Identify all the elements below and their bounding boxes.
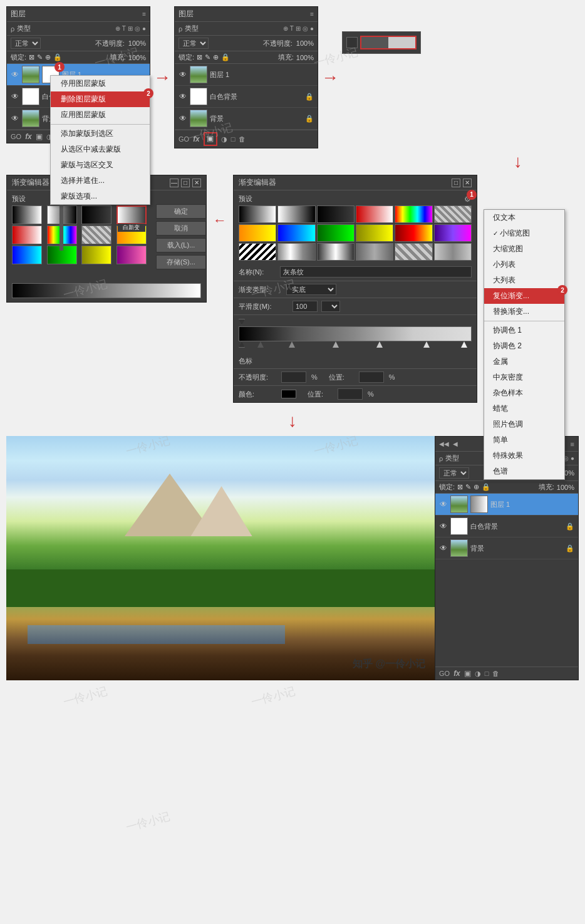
lock-icon-4[interactable]: 🔒 — [53, 53, 62, 61]
eye3-3[interactable]: 👁 — [439, 544, 448, 553]
ge-large-gradient-bar[interactable] — [239, 326, 472, 341]
menu-item-subtract[interactable]: 从选区中减去蒙版 — [51, 142, 150, 157]
foreground-swatch-mini[interactable] — [346, 37, 358, 48]
large-preset-13[interactable] — [239, 243, 276, 261]
filter2-icon-5[interactable]: ● — [310, 25, 314, 32]
color-stop-4[interactable] — [333, 341, 339, 348]
large-preset-18[interactable] — [434, 243, 472, 261]
menu-item-apply[interactable]: 应用图层蒙版 — [51, 107, 150, 123]
large-preset-8[interactable] — [277, 224, 315, 242]
lock3-3[interactable]: ⊕ — [474, 483, 479, 491]
blend-mode-select-2[interactable]: 正常 — [179, 38, 209, 49]
layer3-item-1[interactable]: 👁 图层 1 — [435, 494, 578, 516]
color-stop-5[interactable] — [376, 341, 383, 348]
large-preset-7[interactable] — [239, 224, 276, 242]
group2-icon[interactable]: □ — [231, 135, 236, 143]
ge-position-input-1[interactable] — [359, 371, 384, 383]
trash3-icon[interactable]: 🗑 — [492, 670, 499, 677]
gradient-bar-mini[interactable]: ↖ — [360, 36, 417, 49]
dd-item-simple[interactable]: 简单 — [484, 432, 564, 448]
ge-large-minimize[interactable]: □ — [452, 179, 460, 187]
filter2-icon-1[interactable]: ⊕ — [283, 25, 288, 32]
load-button[interactable]: 载入(L)... — [156, 238, 206, 252]
lock-icon-1[interactable]: ⊠ — [29, 53, 34, 61]
filter-icon-1[interactable]: ⊕ — [115, 25, 120, 32]
eye2-icon-2[interactable]: 👁 — [179, 92, 187, 101]
preset-1[interactable] — [12, 205, 42, 224]
lock3-2[interactable]: ✎ — [465, 483, 471, 491]
large-preset-4[interactable] — [356, 205, 393, 223]
ge-small-maximize[interactable]: □ — [181, 179, 190, 187]
dd-item-text-only[interactable]: 仅文本 — [484, 210, 564, 226]
dd-item-phototone[interactable]: 照片色调 — [484, 417, 564, 432]
large-preset-17[interactable] — [395, 243, 432, 261]
large-preset-15[interactable] — [317, 243, 355, 261]
preset-3[interactable] — [81, 205, 111, 224]
ge-position-input-2[interactable] — [338, 388, 363, 400]
lock3-4[interactable]: 🔒 — [482, 483, 490, 491]
color-stop-7[interactable] — [461, 341, 467, 348]
lock2-icon-3[interactable]: ⊕ — [213, 53, 219, 61]
filter-icon-2[interactable]: T — [122, 25, 126, 32]
blend3-select[interactable]: 正常 — [439, 467, 469, 479]
eye-icon-3[interactable]: 👁 — [11, 114, 19, 123]
dd-item-large-list[interactable]: 大列表 — [484, 273, 564, 288]
large-preset-9[interactable] — [317, 224, 355, 242]
lock2-icon-1[interactable]: ⊠ — [197, 53, 202, 61]
filter-icon-5[interactable]: ● — [142, 25, 146, 32]
eye-icon-2[interactable]: 👁 — [11, 92, 19, 101]
filter-icon-3[interactable]: ⊞ — [128, 25, 133, 32]
preset-7[interactable] — [81, 226, 111, 244]
layer2-item-3[interactable]: 👁 背景 🔒 — [175, 108, 318, 130]
dd-item-large-thumb[interactable]: 大缩览图 — [484, 241, 564, 257]
panel-menu-icon[interactable]: ≡ — [142, 11, 146, 18]
adjustment3-icon[interactable]: ◑ — [475, 670, 481, 678]
layer2-item-1[interactable]: 👁 图层 1 — [175, 64, 318, 86]
cancel-button[interactable]: 取消 — [156, 221, 206, 236]
dd-item-harmony1[interactable]: 协调色 1 — [484, 323, 564, 338]
large-preset-10[interactable] — [356, 224, 393, 242]
dd-item-crayon[interactable]: 蜡笔 — [484, 401, 564, 417]
ge-small-close[interactable]: ✕ — [192, 179, 201, 187]
large-preset-16[interactable] — [356, 243, 393, 261]
preset-9[interactable] — [12, 246, 42, 264]
large-preset-12[interactable] — [434, 224, 472, 242]
preset-5[interactable] — [12, 226, 42, 244]
filter3-5[interactable]: ● — [571, 455, 574, 462]
lock2-icon-2[interactable]: ✎ — [205, 53, 210, 61]
color-stop-2[interactable] — [257, 341, 264, 348]
layer2-item-2[interactable]: 👁 白色背景 🔒 — [175, 86, 318, 108]
menu-item-add[interactable]: 添加蒙版到选区 — [51, 126, 150, 142]
dd-item-spectrum[interactable]: 色谱 — [484, 464, 564, 479]
large-preset-1[interactable] — [239, 205, 276, 223]
eye2-icon-3[interactable]: 👁 — [179, 114, 187, 123]
ge-color-swatch[interactable] — [281, 390, 296, 398]
lock-icon-3[interactable]: ⊕ — [45, 53, 51, 61]
effects-icon[interactable]: GO — [11, 133, 21, 140]
color-stop-6[interactable] — [423, 341, 430, 348]
panel3-collapse-right[interactable]: ◀ — [453, 440, 458, 447]
color-stop-3[interactable] — [289, 341, 295, 348]
large-preset-6[interactable] — [434, 205, 472, 223]
filter2-icon-2[interactable]: T — [290, 25, 294, 32]
dd-item-special[interactable]: 特殊效果 — [484, 448, 564, 464]
large-preset-5[interactable] — [395, 205, 432, 223]
dd-item-metal[interactable]: 金属 — [484, 354, 564, 370]
ge-opacity-input[interactable] — [281, 371, 306, 383]
trash2-icon[interactable]: 🗑 — [239, 135, 246, 143]
fx3-icon[interactable]: fx — [453, 669, 460, 678]
blend-mode-select-1[interactable]: 正常 — [11, 38, 41, 49]
preset-12[interactable] — [116, 246, 147, 264]
large-preset-11[interactable] — [395, 224, 432, 242]
dd-item-replace[interactable]: 替换渐变... — [484, 304, 564, 319]
large-preset-2[interactable] — [277, 205, 315, 223]
ge-large-close[interactable]: ✕ — [463, 179, 472, 187]
eye-icon-1[interactable]: 👁 — [11, 70, 19, 79]
menu-item-mask-options[interactable]: 蒙版选项... — [51, 189, 150, 204]
fx2-icon[interactable]: fx — [193, 135, 200, 143]
eye3-2[interactable]: 👁 — [439, 522, 448, 531]
new-layer-icon[interactable]: ▣ — [36, 132, 43, 141]
large-preset-3[interactable] — [317, 205, 355, 223]
filter2-icon-4[interactable]: ◎ — [303, 25, 308, 32]
ge-small-minimize[interactable]: — — [170, 179, 179, 187]
